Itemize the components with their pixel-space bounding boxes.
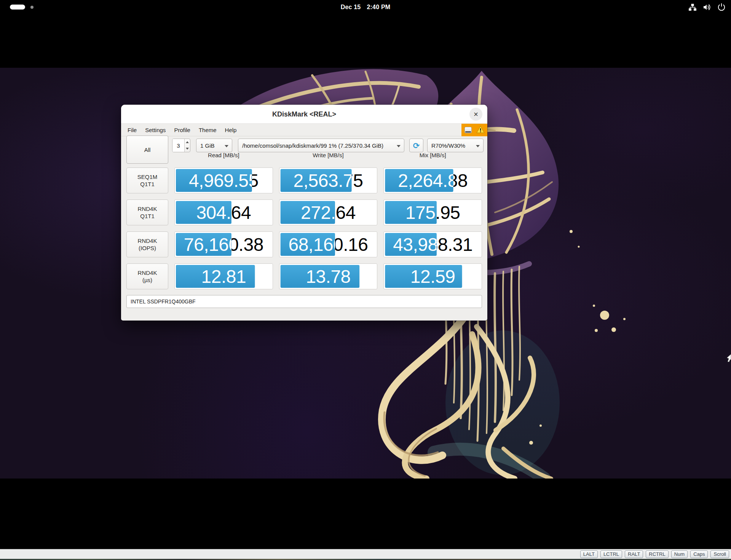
key-indicator-rctrl[interactable]: RCTRL	[646, 550, 668, 558]
result-cell-iops-mix: 43,988.31 43,988.31	[383, 231, 482, 257]
key-indicator-scroll[interactable]: Scroll	[710, 550, 729, 558]
result-cell-seq1m-write: 2,563.75 2,563.75	[279, 168, 378, 193]
spinner-arrows	[184, 139, 190, 152]
column-headers: Read [MB/s] Write [MB/s] Mix [MB/s]	[126, 152, 482, 158]
status-icon-area	[461, 124, 487, 136]
test-button-rnd4k-q1t1[interactable]: RND4K Q1T1	[126, 199, 168, 225]
header-mix: Mix [MB/s]	[383, 152, 482, 158]
menu-theme[interactable]: Theme	[195, 124, 221, 136]
menu-profile[interactable]: Profile	[170, 124, 195, 136]
system-tray[interactable]	[688, 0, 726, 14]
result-cell-rnd4k-read: 304.64 304.64	[174, 199, 273, 225]
close-button[interactable]: ✕	[469, 108, 482, 121]
result-cell-seq1m-read: 4,969.55 4,969.55	[174, 168, 273, 193]
title-bar[interactable]: KDiskMark <REAL> ✕	[121, 105, 487, 124]
key-indicator-ralt[interactable]: RALT	[625, 550, 643, 558]
test-button-rnd4k-iops[interactable]: RND4K (IOPS)	[126, 231, 168, 257]
result-cell-iops-write: 68,160.16 68,160.16	[279, 231, 378, 257]
screen: Dec 15 2:40 PM	[0, 0, 731, 560]
test-size-dropdown[interactable]: 1 GiB	[196, 139, 232, 152]
result-cell-iops-read: 76,160.38 76,160.38	[174, 231, 273, 257]
clock-date: Dec 15	[341, 4, 361, 11]
key-indicator-lalt[interactable]: LALT	[580, 550, 598, 558]
spinner-down-icon[interactable]	[185, 145, 190, 152]
clock-time: 2:40 PM	[367, 4, 390, 11]
power-icon[interactable]	[717, 3, 726, 11]
volume-icon[interactable]	[703, 3, 711, 11]
header-read: Read [MB/s]	[174, 152, 273, 158]
spinner-up-icon[interactable]	[185, 139, 190, 145]
drive-info-field[interactable]: INTEL SSDPFR1Q400GBF	[126, 295, 482, 308]
target-path-dropdown[interactable]: /home/comsol/snap/kdiskmark/99 1% (7.25/…	[238, 139, 404, 152]
menu-bar: File Settings Profile Theme Help	[121, 124, 487, 136]
key-indicator-num[interactable]: Num	[671, 550, 688, 558]
key-indicator-caps[interactable]: Caps	[690, 550, 708, 558]
menu-settings[interactable]: Settings	[141, 124, 170, 136]
run-all-button[interactable]: All	[126, 136, 168, 164]
network-icon[interactable]	[688, 3, 697, 11]
warning-icon	[476, 126, 485, 135]
top-bar: Dec 15 2:40 PM	[0, 0, 731, 14]
vm-status-bar: LALT LCTRL RALT RCTRL Num Caps Scroll	[0, 549, 731, 559]
test-button-seq1m-q1t1[interactable]: SEQ1M Q1T1	[126, 168, 168, 193]
mouse-cursor	[726, 354, 731, 365]
menu-file[interactable]: File	[123, 124, 141, 136]
result-cell-latency-read: 12.81 12.81	[174, 263, 273, 289]
test-button-rnd4k-latency[interactable]: RND4K (µs)	[126, 263, 168, 289]
result-cell-latency-mix: 12.59 12.59	[383, 263, 482, 289]
results-grid: SEQ1M Q1T1 4,969.55 4,969.55 2,563.75 2,…	[126, 168, 482, 289]
clock[interactable]: Dec 15 2:40 PM	[0, 0, 731, 14]
disk-icon	[464, 127, 472, 133]
mix-ratio-dropdown[interactable]: R70%/W30%	[427, 139, 484, 152]
kdiskmark-window: KDiskMark <REAL> ✕ File Settings Profile…	[121, 105, 487, 321]
result-cell-rnd4k-mix: 175.95 175.95	[383, 199, 482, 225]
result-cell-latency-write: 13.78 13.78	[279, 263, 378, 289]
refresh-button[interactable]: ⟳	[409, 139, 423, 152]
result-cell-seq1m-mix: 2,264.88 2,264.88	[383, 168, 482, 193]
loop-count-value[interactable]: 3	[172, 139, 184, 152]
loop-count-spinner[interactable]: 3	[172, 139, 190, 152]
header-write: Write [MB/s]	[279, 152, 378, 158]
window-title: KDiskMark <REAL>	[121, 105, 487, 124]
menu-help[interactable]: Help	[221, 124, 241, 136]
key-indicator-lctrl[interactable]: LCTRL	[600, 550, 622, 558]
refresh-icon: ⟳	[413, 142, 420, 150]
close-icon: ✕	[473, 111, 478, 118]
result-cell-rnd4k-write: 272.64 272.64	[279, 199, 378, 225]
